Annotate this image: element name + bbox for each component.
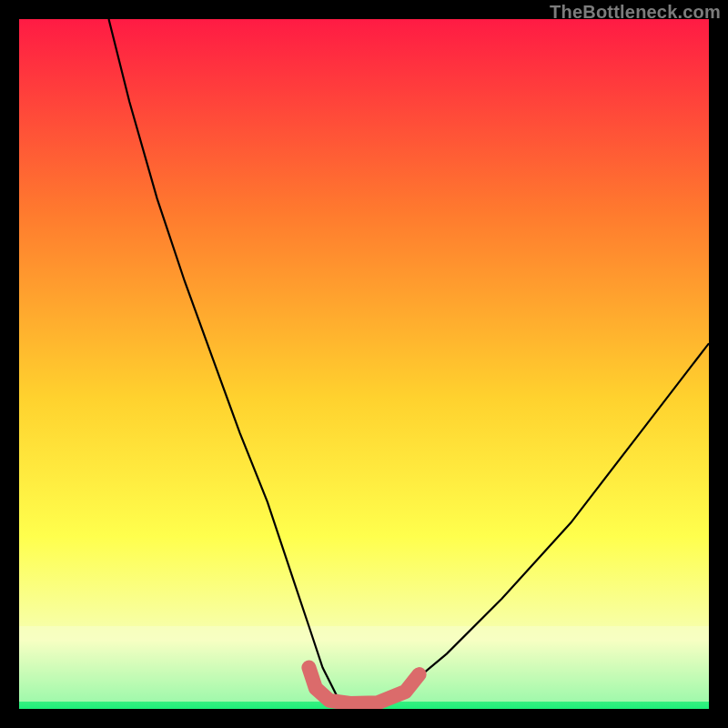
plot-area: [19, 19, 709, 709]
light-band: [19, 626, 709, 702]
chart-root: TheBottleneck.com: [0, 0, 728, 728]
plot-svg: [19, 19, 709, 709]
gradient-background: [19, 19, 709, 709]
